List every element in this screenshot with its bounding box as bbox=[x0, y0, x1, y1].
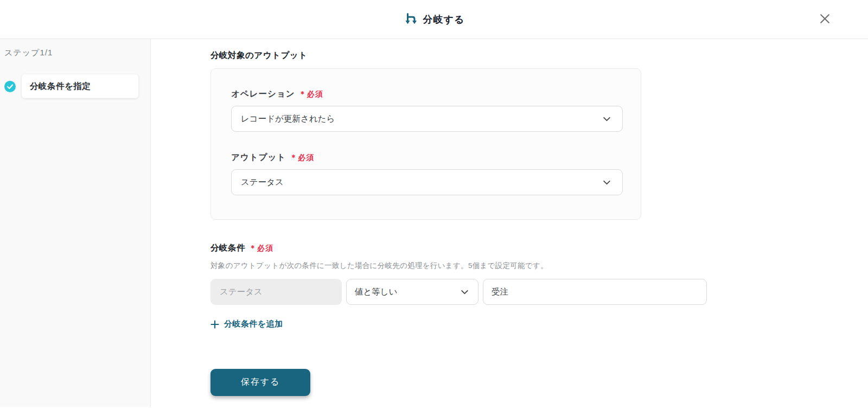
chevron-down-icon bbox=[602, 178, 611, 187]
step-counter: ステップ1/1 bbox=[0, 46, 150, 58]
condition-field-select-disabled: ステータス bbox=[210, 279, 342, 305]
target-output-section-title: 分岐対象のアウトプット bbox=[210, 50, 868, 61]
target-output-card: オペレーション ＊必須 レコードが更新されたら アウトプット ＊必須 ステータス bbox=[210, 68, 641, 220]
close-button[interactable] bbox=[816, 10, 833, 27]
add-condition-button[interactable]: 分岐条件を追加 bbox=[210, 319, 283, 329]
condition-operator-select[interactable]: 値と等しい bbox=[346, 279, 478, 305]
condition-field-value: ステータス bbox=[220, 286, 263, 298]
operation-select[interactable]: レコードが更新されたら bbox=[231, 106, 623, 132]
output-required-badge: ＊必須 bbox=[290, 153, 314, 163]
add-condition-label: 分岐条件を追加 bbox=[224, 319, 283, 329]
chevron-down-icon bbox=[460, 288, 469, 297]
conditions-required-badge: ＊必須 bbox=[249, 244, 273, 253]
step-card-label: 分岐条件を指定 bbox=[30, 81, 91, 92]
output-select-value: ステータス bbox=[241, 177, 284, 188]
operation-field-group: オペレーション ＊必須 レコードが更新されたら bbox=[231, 88, 621, 132]
condition-row: ステータス 値と等しい bbox=[210, 279, 868, 305]
step-row: 分岐条件を指定 bbox=[0, 74, 150, 98]
output-field-group: アウトプット ＊必須 ステータス bbox=[231, 152, 621, 195]
conditions-description: 対象のアウトプットが次の条件に一致した場合に分岐先の処理を行います。5個まで設定… bbox=[210, 261, 868, 271]
condition-value-input[interactable] bbox=[483, 279, 707, 305]
close-icon bbox=[818, 12, 832, 25]
branch-conditions-section: 分岐条件 ＊必須 対象のアウトプットが次の条件に一致した場合に分岐先の処理を行い… bbox=[210, 242, 868, 331]
operation-label: オペレーション bbox=[231, 88, 295, 100]
output-select[interactable]: ステータス bbox=[231, 169, 623, 195]
plus-icon bbox=[210, 320, 219, 329]
operation-select-value: レコードが更新されたら bbox=[241, 113, 335, 125]
save-button[interactable]: 保存する bbox=[210, 369, 310, 396]
chevron-down-icon bbox=[602, 114, 611, 124]
steps-sidebar: ステップ1/1 分岐条件を指定 bbox=[0, 39, 151, 407]
dialog-header: 分岐する bbox=[0, 0, 868, 39]
sidebar-item-branch-condition[interactable]: 分岐条件を指定 bbox=[22, 74, 138, 98]
branch-icon bbox=[404, 12, 417, 26]
condition-operator-value: 値と等しい bbox=[355, 286, 398, 298]
dialog-title: 分岐する bbox=[423, 13, 465, 26]
operation-required-badge: ＊必須 bbox=[299, 90, 323, 99]
step-complete-check-icon bbox=[4, 81, 16, 92]
conditions-title: 分岐条件 bbox=[210, 242, 245, 254]
main-panel: 分岐対象のアウトプット オペレーション ＊必須 レコードが更新されたら アウトプ… bbox=[151, 39, 868, 407]
output-label: アウトプット bbox=[231, 152, 286, 163]
